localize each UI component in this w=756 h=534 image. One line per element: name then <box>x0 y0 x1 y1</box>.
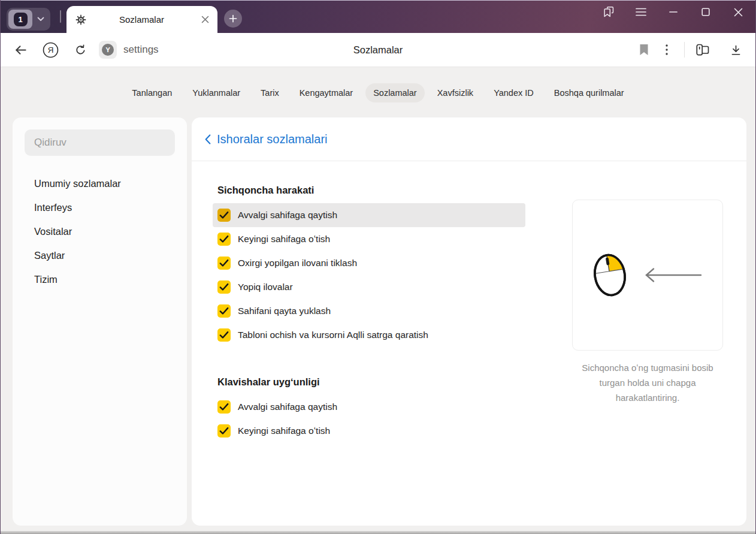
tab-groups-control[interactable]: 1 <box>7 8 50 31</box>
checkbox-checked-icon[interactable] <box>217 257 231 270</box>
gesture-label: Avvalgi sahifaga qaytish <box>238 210 337 221</box>
toolbar: Я Y settings Sozlamalar <box>1 33 755 67</box>
browser-window: 1 Sozlamalar <box>0 0 756 534</box>
main-columns: Sichqoncha harakati Avvalgi sahifaga qay… <box>192 161 746 526</box>
yandex-logo-icon[interactable]: Я <box>39 38 62 61</box>
window-close-icon[interactable] <box>722 0 754 24</box>
section-title: Klavishalar uygʻunligi <box>217 375 535 389</box>
gesture-label: Keyingi sahifaga oʻtish <box>238 426 330 436</box>
main-header: Ishoralar sozlamalari <box>192 117 746 161</box>
key-combos-section: Klavishalar uygʻunligi Avvalgi sahifaga … <box>217 375 535 443</box>
tab-close-icon[interactable] <box>197 12 213 28</box>
settings-sidebar: Umumiy sozlamalar Interfeys Vositalar Sa… <box>13 117 187 526</box>
checkbox-checked-icon[interactable] <box>217 424 231 438</box>
sidebar-list: Umumiy sozlamalar Interfeys Vositalar Sa… <box>25 171 175 291</box>
new-tab-button[interactable] <box>224 10 242 28</box>
tab-count-badge: 1 <box>14 13 28 26</box>
tab-title: Sozlamalar <box>86 14 197 25</box>
settings-page: Tanlangan Yuklanmalar Tarix Kengaytmalar… <box>1 67 755 531</box>
gesture-checkbox-row[interactable]: Tabloni ochish va kursorni Aqlli satrga … <box>213 323 525 347</box>
settings-nav-tab[interactable]: Sozlamalar <box>365 83 425 102</box>
settings-nav-tab[interactable]: Kengaytmalar <box>292 83 361 102</box>
window-bottom-edge <box>1 531 755 534</box>
checkbox-checked-icon[interactable] <box>217 280 231 294</box>
settings-nav-tab[interactable]: Xavfsizlik <box>430 83 481 102</box>
mouse-illustration <box>588 245 631 305</box>
arrow-left-icon <box>643 267 702 283</box>
gesture-checkbox-row[interactable]: Oxirgi yopilgan ilovani tiklash <box>213 251 525 275</box>
kebab-menu-icon[interactable] <box>655 38 678 61</box>
download-icon[interactable] <box>724 38 747 61</box>
settings-main-panel: Ishoralar sozlamalari Sichqoncha harakat… <box>192 117 746 526</box>
address-text[interactable]: settings <box>123 44 159 56</box>
address-bar[interactable]: Y settings <box>99 41 159 59</box>
gesture-checkbox-row[interactable]: Avvalgi sahifaga qaytish <box>213 395 525 419</box>
tabstrip-divider <box>60 10 61 23</box>
browser-menu-icon[interactable] <box>625 0 657 24</box>
settings-nav-tabs: Tanlangan Yuklanmalar Tarix Kengaytmalar… <box>124 83 631 103</box>
mouse-gestures-list: Avvalgi sahifaga qaytish Keyingi sahifag… <box>217 203 535 347</box>
settings-nav-tab[interactable]: Tarix <box>253 83 287 102</box>
gesture-checkbox-row[interactable]: Avvalgi sahifaga qaytish <box>213 203 525 227</box>
checkbox-checked-icon[interactable] <box>217 304 231 318</box>
key-combos-list: Avvalgi sahifaga qaytish Keyingi sahifag… <box>217 395 535 443</box>
settings-gear-icon <box>75 14 86 25</box>
side-panels-icon[interactable] <box>592 0 625 24</box>
back-icon[interactable] <box>9 38 32 61</box>
sidebar-item[interactable]: Tizim <box>25 267 175 291</box>
gesture-label: Yopiq ilovalar <box>238 282 293 292</box>
sidebar-item[interactable]: Saytlar <box>25 243 175 267</box>
checkbox-checked-icon[interactable] <box>217 209 231 222</box>
gesture-checkbox-row[interactable]: Keyingi sahifaga oʻtish <box>213 419 525 443</box>
bookmark-icon[interactable] <box>633 38 655 61</box>
sidebar-item[interactable]: Umumiy sozlamalar <box>25 171 175 195</box>
gesture-checkbox-row[interactable]: Yopiq ilovalar <box>213 275 525 299</box>
sidebar-item[interactable]: Vositalar <box>25 219 175 243</box>
settings-body: Umumiy sozlamalar Interfeys Vositalar Sa… <box>13 117 746 526</box>
titlebar: 1 Sozlamalar <box>1 0 755 33</box>
tab-count-chip[interactable]: 1 <box>8 10 32 29</box>
gesture-caption: Sichqoncha oʻng tugmasini bosib turgan h… <box>575 360 720 406</box>
gesture-label: Keyingi sahifaga oʻtish <box>238 234 330 245</box>
checkbox-checked-icon[interactable] <box>217 400 231 414</box>
svg-text:Я: Я <box>47 46 53 55</box>
reload-icon[interactable] <box>69 38 92 61</box>
settings-nav-tab[interactable]: Tanlangan <box>124 83 180 102</box>
gesture-checkbox-row[interactable]: Sahifani qayta yuklash <box>213 299 525 323</box>
window-minimize-icon[interactable] <box>657 0 690 24</box>
search-input[interactable] <box>25 129 175 156</box>
gesture-preview-card <box>572 200 723 351</box>
gesture-preview-column: Sichqoncha oʻng tugmasini bosib turgan h… <box>572 200 723 406</box>
toolbar-divider <box>684 42 685 58</box>
window-maximize-icon[interactable] <box>690 0 722 24</box>
checkbox-checked-icon[interactable] <box>217 328 231 342</box>
gesture-label: Oxirgi yopilgan ilovani tiklash <box>238 258 357 268</box>
protect-badge-icon[interactable]: Y <box>99 41 117 59</box>
gesture-label: Sahifani qayta yuklash <box>238 306 331 316</box>
sidebar-item[interactable]: Interfeys <box>25 195 175 219</box>
gesture-checkbox-row[interactable]: Keyingi sahifaga oʻtish <box>213 227 525 251</box>
chevron-left-icon <box>205 134 211 144</box>
toolbar-right-controls <box>633 38 747 61</box>
gesture-label: Tabloni ochish va kursorni Aqlli satrga … <box>238 330 428 340</box>
section-title: Sichqoncha harakati <box>217 183 535 197</box>
gesture-label: Avvalgi sahifaga qaytish <box>238 402 337 412</box>
settings-nav-tab[interactable]: Yuklanmalar <box>185 83 248 102</box>
back-to-settings-link[interactable]: Ishoralar sozlamalari <box>205 132 328 146</box>
checkbox-checked-icon[interactable] <box>217 233 231 246</box>
gesture-settings-column: Sichqoncha harakati Avvalgi sahifaga qay… <box>217 183 535 443</box>
mouse-gestures-section: Sichqoncha harakati Avvalgi sahifaga qay… <box>217 183 535 347</box>
settings-nav-tab[interactable]: Boshqa qurilmalar <box>546 83 632 102</box>
collections-icon[interactable] <box>691 38 713 61</box>
section-page-title: Ishoralar sozlamalari <box>217 132 328 146</box>
tab-sozlamalar[interactable]: Sozlamalar <box>66 6 217 33</box>
titlebar-right-controls <box>592 0 755 24</box>
settings-nav-tab[interactable]: Yandex ID <box>486 83 542 102</box>
chevron-down-icon[interactable] <box>32 17 49 22</box>
